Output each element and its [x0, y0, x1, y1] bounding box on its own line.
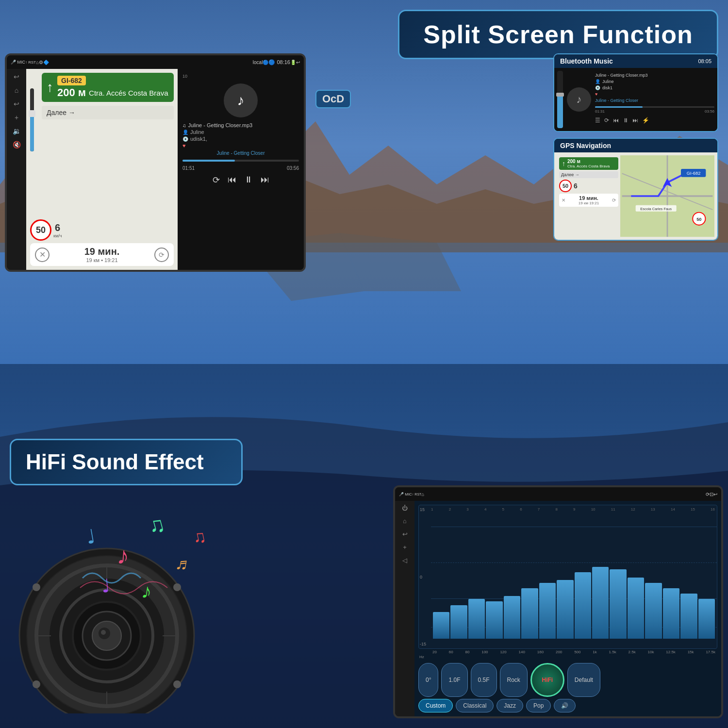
music-progress-bar[interactable]	[182, 160, 299, 162]
svg-point-23	[33, 583, 40, 591]
disk-icon: 💿	[182, 136, 188, 142]
hz-label: Hz	[418, 655, 717, 659]
prev-btn[interactable]: ⏮	[228, 175, 236, 185]
rst-label: ↑ RST	[25, 60, 36, 65]
heart-icon: ♥	[182, 143, 186, 149]
music-album-art: ♪	[224, 83, 258, 117]
sidebar-back[interactable]: ↩	[14, 73, 19, 81]
route-distance: 200 м	[57, 86, 86, 99]
play-btn[interactable]: ⏸	[244, 175, 253, 185]
bt-music-icon: ♪	[567, 87, 591, 112]
eq-back-side[interactable]: ↩	[402, 530, 408, 538]
eq-btn-pop[interactable]: Pop	[526, 699, 551, 712]
hifi-badge-text: HiFi	[542, 677, 553, 683]
eq-bar-16	[698, 599, 715, 639]
gps-road: Ctra. Accés Costa Brava	[567, 164, 610, 168]
music-controls: ⟳ ⏮ ⏸ ⏭	[213, 175, 269, 185]
gps-nav-title: GPS Navigation	[560, 142, 611, 149]
vol-label: 10	[182, 74, 187, 79]
reroute-btn[interactable]: ⟳	[154, 248, 169, 262]
svg-text:50: 50	[696, 217, 701, 222]
eq-buttons-row1: 0° 1.0F 0.5F Rock HiFi Default	[418, 663, 717, 697]
eq-bar-2	[450, 605, 467, 639]
navigation-pane: ↑ GI-682 200 м Ctra. Accés Costa Brava	[26, 69, 178, 270]
eq-home-icon[interactable]: ⌂	[421, 492, 424, 497]
bt-eq-icon[interactable]: ⚡	[642, 117, 649, 124]
eq-bar-9	[575, 572, 591, 639]
eq-btn-0deg[interactable]: 0°	[418, 663, 438, 697]
bt-prev-icon[interactable]: ⏮	[613, 117, 619, 124]
sidebar-vol-down[interactable]: 🔉	[13, 127, 21, 135]
route-name: Ctra. Accés Costa Brava	[89, 89, 168, 97]
bt-song: Juline - Getting Closer.mp3	[595, 73, 714, 78]
nav-route-box: ↑ GI-682 200 м Ctra. Accés Costa Brava	[42, 73, 174, 102]
eq-btn-speaker[interactable]: 🔊	[554, 699, 576, 712]
bt-time: 08:05	[698, 58, 711, 64]
eq-bar-11	[610, 569, 626, 639]
wifi-icon: 🔷	[43, 60, 49, 65]
eq-power-icon[interactable]: ⏻	[402, 505, 408, 512]
gps-speed-limit: 50	[559, 180, 572, 192]
eq-btn-jazz[interactable]: Jazz	[496, 699, 523, 712]
top-section: Split Screen Function OcD 🎤 MIC ↑ RST ⌂ …	[0, 0, 728, 301]
next-btn[interactable]: ⏭	[261, 175, 269, 185]
bt-repeat-icon[interactable]: ⟳	[604, 117, 609, 124]
back-btn[interactable]: ↩	[296, 60, 300, 65]
direction-arrow: ↑	[47, 80, 53, 95]
music-artist: Juline	[190, 129, 204, 135]
eq-bar-14	[663, 588, 679, 639]
eq-bar-1	[433, 612, 449, 639]
bt-next-icon[interactable]: ⏭	[632, 117, 638, 124]
mic-label: 🎤 MIC	[11, 60, 25, 65]
eq-bar-5	[504, 596, 520, 639]
song-note-icon: ♫	[182, 123, 186, 128]
volume-slider[interactable]	[30, 88, 34, 151]
music-progress-fill	[182, 160, 235, 162]
eq-btn-rock[interactable]: Rock	[500, 663, 528, 697]
bt-list-icon[interactable]: ☰	[595, 117, 600, 124]
eta-details: 19 км • 19:21	[84, 257, 120, 263]
bottom-section: HiFi Sound Effect	[0, 364, 728, 728]
cancel-btn[interactable]: ✕	[35, 248, 50, 262]
settings-icon[interactable]: ⚙	[39, 60, 43, 65]
eq-back1[interactable]: ⟳	[706, 492, 710, 497]
sidebar-back2[interactable]: ↩	[14, 100, 19, 108]
eta-box: ✕ 19 мин. 19 км • 19:21 ⟳	[30, 243, 174, 266]
eq-btn-1f[interactable]: 1.0F	[441, 663, 467, 697]
eq-btn-classical[interactable]: Classical	[456, 699, 494, 712]
eq-btn-default[interactable]: Default	[567, 663, 600, 697]
sidebar-add[interactable]: +	[15, 114, 18, 121]
svg-text:♩: ♩	[84, 525, 97, 548]
eq-btn-05f[interactable]: 0.5F	[471, 663, 497, 697]
bt-artist: Juline	[602, 79, 614, 84]
eta-time: 19 мин.	[84, 246, 120, 257]
sidebar-home[interactable]: ⌂	[15, 86, 18, 94]
eq-win-icon[interactable]: ⊡	[710, 492, 713, 497]
svg-text:♬: ♬	[174, 553, 190, 574]
screen-sidebar: ↩ ⌂ ↩ + 🔉 🔇	[7, 69, 26, 270]
eq-sidebar: ⏻ ⌂ ↩ + ◁	[395, 501, 414, 716]
bt-subtitle: Juline - Getting Closer	[595, 98, 714, 103]
time-total: 03:56	[287, 165, 299, 171]
eq-main: 15 0 -15	[414, 501, 721, 716]
time-current: 01:51	[182, 165, 195, 171]
bluetooth-music-content: ♪ Juline - Getting Closer.mp3 👤Juline 💿d…	[554, 68, 717, 131]
next-dir: Далее →	[47, 109, 75, 116]
repeat-btn[interactable]: ⟳	[213, 175, 220, 185]
eq-mic-label: 🎤 MIC	[399, 492, 412, 496]
route-number: GI-682	[57, 76, 86, 85]
eq-home-side[interactable]: ⌂	[403, 517, 407, 525]
music-subtitle: Juline - Getting Closer	[217, 150, 265, 156]
music-song: Juline - Getting Closer.mp3	[188, 122, 253, 128]
eq-back-btn[interactable]: ↩	[713, 492, 717, 497]
svg-point-25	[33, 680, 40, 688]
bt-pause-icon[interactable]: ⏸	[623, 117, 629, 124]
eq-add-side[interactable]: +	[403, 544, 407, 551]
eq-bar-8	[557, 580, 573, 639]
eq-chart-area: 15 0 -15	[418, 505, 717, 649]
eq-vol-side[interactable]: ◁	[402, 557, 407, 564]
sidebar-mute[interactable]: 🔇	[13, 141, 21, 149]
gps-next: Далее →	[559, 171, 618, 178]
screen-body: ↩ ⌂ ↩ + 🔉 🔇 ↑	[7, 69, 304, 270]
eq-btn-custom[interactable]: Custom	[418, 699, 453, 712]
